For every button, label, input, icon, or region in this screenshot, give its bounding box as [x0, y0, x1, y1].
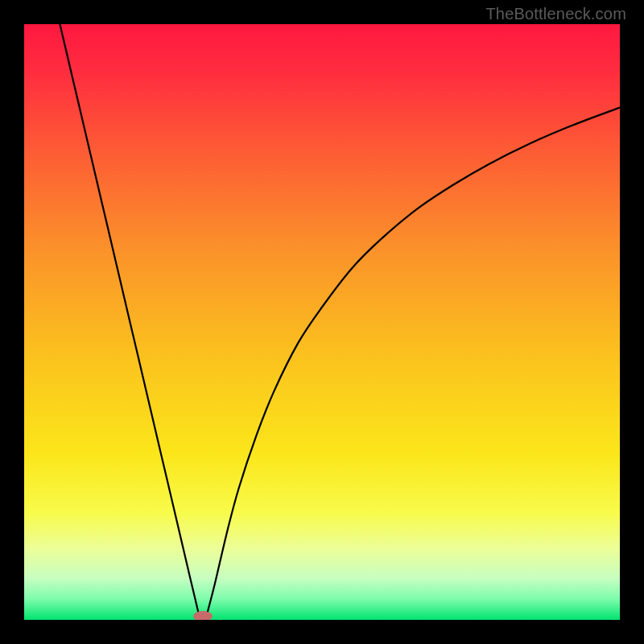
bottleneck-chart	[24, 24, 620, 620]
chart-background	[24, 24, 620, 620]
watermark-text: TheBottleneck.com	[485, 5, 626, 23]
chart-frame: TheBottleneck.com	[0, 0, 644, 644]
